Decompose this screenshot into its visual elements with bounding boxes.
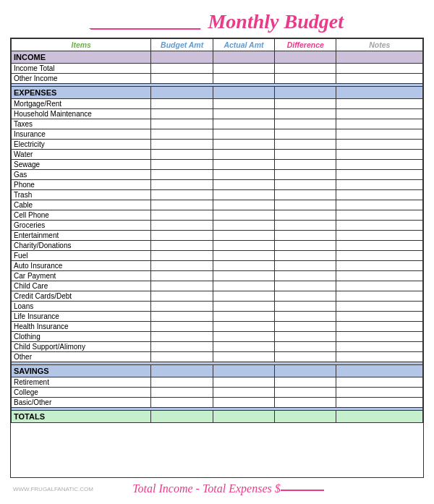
empty-cell — [213, 140, 274, 150]
empty-cell — [275, 281, 336, 291]
empty-cell — [213, 74, 274, 84]
empty-cell — [336, 312, 423, 322]
empty-cell — [213, 241, 274, 251]
empty-cell — [151, 398, 213, 408]
table-row: Other Income — [12, 74, 423, 84]
table-row: Credit Cards/Debt — [12, 291, 423, 302]
empty-cell — [151, 119, 213, 129]
row-label: Health Insurance — [12, 322, 151, 332]
empty-cell — [336, 261, 423, 271]
empty-cell — [336, 87, 423, 99]
empty-cell — [151, 261, 213, 271]
table-row: Mortgage/Rent — [12, 99, 423, 109]
empty-cell — [336, 150, 423, 160]
row-label: Child Care — [12, 281, 151, 291]
empty-cell — [213, 388, 274, 398]
row-label: Child Support/Alimony — [12, 342, 151, 352]
row-label: Taxes — [12, 119, 151, 129]
header: __________ Monthly Budget — [10, 7, 424, 38]
table-row: Cable — [12, 200, 423, 210]
empty-cell — [151, 388, 213, 398]
empty-cell — [213, 251, 274, 261]
empty-cell — [275, 352, 336, 362]
empty-cell — [336, 388, 423, 398]
row-label: Charity/Donations — [12, 241, 151, 251]
section-header: INCOME — [12, 51, 423, 64]
empty-cell — [151, 51, 213, 64]
empty-cell — [151, 281, 213, 291]
empty-cell — [151, 99, 213, 109]
row-label: Sewage — [12, 160, 151, 170]
totals-row: TOTALS — [12, 411, 423, 423]
empty-cell — [213, 332, 274, 342]
empty-cell — [213, 210, 274, 221]
section-header: SAVINGS — [12, 365, 423, 377]
column-headers: Items Budget Amt Actual Amt Difference N… — [12, 39, 423, 51]
empty-cell — [275, 271, 336, 281]
empty-cell — [275, 388, 336, 398]
empty-cell — [151, 150, 213, 160]
empty-cell — [151, 190, 213, 200]
table-row: Retirement — [12, 377, 423, 388]
row-label: Clothing — [12, 332, 151, 342]
empty-cell — [275, 150, 336, 160]
empty-cell — [151, 109, 213, 119]
row-label: Fuel — [12, 251, 151, 261]
empty-cell — [213, 312, 274, 322]
empty-cell — [213, 119, 274, 129]
empty-cell — [213, 150, 274, 160]
empty-cell — [151, 291, 213, 302]
col-diff-header: Difference — [275, 39, 336, 51]
table-row: Loans — [12, 302, 423, 312]
row-label: Gas — [12, 170, 151, 180]
empty-cell — [151, 180, 213, 190]
empty-cell — [275, 377, 336, 388]
empty-cell — [336, 160, 423, 170]
empty-cell — [275, 87, 336, 99]
empty-cell — [213, 180, 274, 190]
empty-cell — [336, 170, 423, 180]
table-row: College — [12, 388, 423, 398]
table-row: Taxes — [12, 119, 423, 129]
row-label: Basic/Other — [12, 398, 151, 408]
empty-cell — [213, 291, 274, 302]
empty-cell — [151, 210, 213, 221]
empty-cell — [336, 398, 423, 408]
empty-cell — [275, 51, 336, 64]
page-title: Monthly Budget — [208, 10, 343, 33]
empty-cell — [336, 352, 423, 362]
empty-cell — [275, 180, 336, 190]
empty-cell — [213, 261, 274, 271]
table-row: Trash — [12, 190, 423, 200]
empty-cell — [336, 74, 423, 84]
empty-cell — [336, 140, 423, 150]
row-label: Household Maintenance — [12, 109, 151, 119]
empty-cell — [275, 109, 336, 119]
table-row: Groceries — [12, 221, 423, 231]
row-label: Income Total — [12, 64, 151, 74]
empty-cell — [275, 291, 336, 302]
table-row: Basic/Other — [12, 398, 423, 408]
empty-cell — [336, 210, 423, 221]
empty-cell — [336, 109, 423, 119]
col-actual-header: Actual Amt — [213, 39, 274, 51]
empty-cell — [336, 180, 423, 190]
empty-cell — [151, 74, 213, 84]
empty-cell — [275, 322, 336, 332]
empty-cell — [336, 332, 423, 342]
empty-cell — [213, 322, 274, 332]
empty-cell — [275, 342, 336, 352]
empty-cell — [213, 302, 274, 312]
empty-cell — [151, 221, 213, 231]
section-label: INCOME — [12, 51, 151, 64]
footer-url: WWW.FRUGALFANATIC.COM — [13, 486, 93, 492]
row-label: Electricity — [12, 140, 151, 150]
empty-cell — [336, 342, 423, 352]
empty-cell — [275, 190, 336, 200]
empty-cell — [275, 64, 336, 74]
empty-cell — [213, 221, 274, 231]
empty-cell — [213, 281, 274, 291]
empty-cell — [336, 99, 423, 109]
empty-cell — [336, 365, 423, 377]
empty-cell — [275, 332, 336, 342]
